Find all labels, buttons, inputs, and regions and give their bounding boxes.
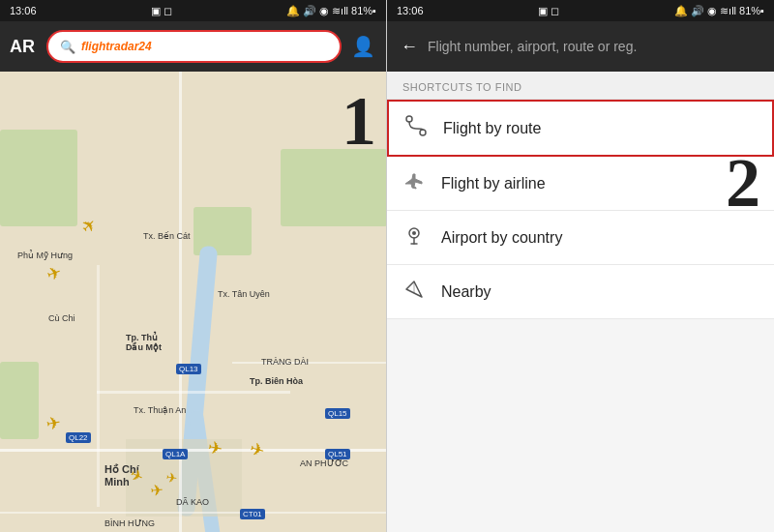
menu-item-nearby[interactable]: Nearby bbox=[387, 265, 774, 319]
route-ql15: QL15 bbox=[325, 408, 350, 419]
top-bar-left: AR 🔍 flightradar24 👤 bbox=[0, 21, 386, 72]
plane-icon: ✈ bbox=[45, 412, 63, 435]
svg-point-3 bbox=[412, 231, 416, 235]
city-label-phu-my-hung: Phủ Mỹ Hưng bbox=[17, 251, 73, 260]
search-header[interactable]: ← Flight number, airport, route or reg. bbox=[387, 21, 774, 72]
search-hint: Flight number, airport, route or reg. bbox=[428, 39, 637, 54]
city-label-thuan-an: Tx. Thuận An bbox=[134, 405, 186, 415]
airport-by-country-label: Airport by country bbox=[441, 229, 562, 247]
road bbox=[97, 391, 290, 394]
road bbox=[97, 265, 100, 507]
map-area[interactable]: Phủ Mỹ Hưng Tx. Bến Cát Tx. Tân Uyên Tp.… bbox=[0, 72, 386, 532]
shortcuts-label: SHORTCUTS TO FIND bbox=[387, 72, 774, 100]
right-icons-right: 🔔 🔊 ◉ ≋ıll 81%▪ bbox=[674, 5, 764, 17]
route-ct01: CT01 bbox=[240, 509, 265, 519]
route-icon bbox=[404, 115, 428, 141]
route-ql51: QL51 bbox=[325, 449, 350, 459]
road bbox=[179, 72, 182, 532]
flightradar-logo: flightradar24 bbox=[81, 40, 152, 53]
left-icons-right: ▣ ◻ bbox=[538, 5, 559, 17]
flight-by-airline-label: Flight by airline bbox=[441, 175, 546, 192]
plane-icon: ✈ bbox=[149, 480, 164, 499]
status-bar-left: 13:06 ▣ ◻ 🔔 🔊 ◉ ≋ıll 81%▪ bbox=[0, 0, 386, 21]
city-label-trang-dai: TRÀNG DÀI bbox=[261, 357, 309, 367]
city-label-minh: Minh bbox=[104, 476, 130, 488]
menu-item-airport-by-country[interactable]: Airport by country bbox=[387, 211, 774, 265]
city-label-tan-uyen: Tx. Tân Uyên bbox=[218, 289, 270, 299]
route-ql13: QL13 bbox=[176, 364, 201, 374]
airport-icon bbox=[402, 224, 426, 251]
left-icons: ▣ ◻ bbox=[151, 5, 172, 17]
city-label-cu-chi: Cù Chi bbox=[48, 313, 75, 323]
flight-by-route-label: Flight by route bbox=[443, 120, 541, 137]
shortcuts-section: SHORTCUTS TO FIND Flight by route Flight… bbox=[387, 72, 774, 532]
search-box[interactable]: 🔍 flightradar24 bbox=[46, 30, 342, 63]
time-right: 13:06 bbox=[397, 5, 424, 16]
nearby-label: Nearby bbox=[441, 283, 491, 301]
plane-icon: ✈ bbox=[247, 437, 266, 461]
back-arrow-icon[interactable]: ← bbox=[401, 37, 418, 57]
route-ql22: QL22 bbox=[66, 432, 91, 443]
road bbox=[0, 512, 386, 514]
map-green-area bbox=[0, 362, 39, 439]
city-label-binh-hung: BÌNH HƯNG bbox=[104, 518, 155, 528]
right-icons-left: 🔔 🔊 ◉ ≋ıll 81%▪ bbox=[286, 5, 376, 17]
road bbox=[232, 362, 386, 364]
map-green-area bbox=[0, 130, 77, 226]
nearby-icon bbox=[402, 279, 426, 305]
search-icon: 🔍 bbox=[60, 40, 75, 54]
city-label-ben-cat: Tx. Bến Cát bbox=[143, 231, 191, 241]
svg-point-1 bbox=[420, 130, 426, 135]
route-ql1a: QL1A bbox=[163, 449, 188, 459]
city-label-da-kao: DÃ KAO bbox=[176, 497, 209, 507]
menu-item-flight-by-airline[interactable]: Flight by airline bbox=[387, 157, 774, 211]
city-label-thu-dau-mot: Tp. ThủDầu Một bbox=[126, 333, 162, 352]
right-panel: 13:06 ▣ ◻ 🔔 🔊 ◉ ≋ıll 81%▪ ← Flight numbe… bbox=[387, 0, 774, 532]
ar-label: AR bbox=[10, 37, 39, 57]
plane-icon: ✈ bbox=[44, 261, 65, 286]
airline-icon bbox=[402, 170, 426, 196]
map-background: Phủ Mỹ Hưng Tx. Bến Cát Tx. Tân Uyên Tp.… bbox=[0, 72, 386, 532]
plane-icon: ✈ bbox=[76, 213, 102, 238]
city-label-an-phuoc: AN PHƯỚC bbox=[300, 458, 348, 468]
plane-icon: ✈ bbox=[165, 469, 179, 487]
panel-number-1: 1 bbox=[342, 81, 376, 162]
svg-point-0 bbox=[406, 116, 412, 122]
time-left: 13:06 bbox=[10, 5, 37, 16]
menu-item-flight-by-route[interactable]: Flight by route bbox=[387, 100, 774, 157]
profile-icon[interactable]: 👤 bbox=[349, 35, 376, 58]
left-panel: 13:06 ▣ ◻ 🔔 🔊 ◉ ≋ıll 81%▪ AR 🔍 flightrad… bbox=[0, 0, 387, 532]
status-bar-right: 13:06 ▣ ◻ 🔔 🔊 ◉ ≋ıll 81%▪ bbox=[387, 0, 774, 21]
city-label-bien-hoa: Tp. Biên Hòa bbox=[250, 376, 303, 386]
